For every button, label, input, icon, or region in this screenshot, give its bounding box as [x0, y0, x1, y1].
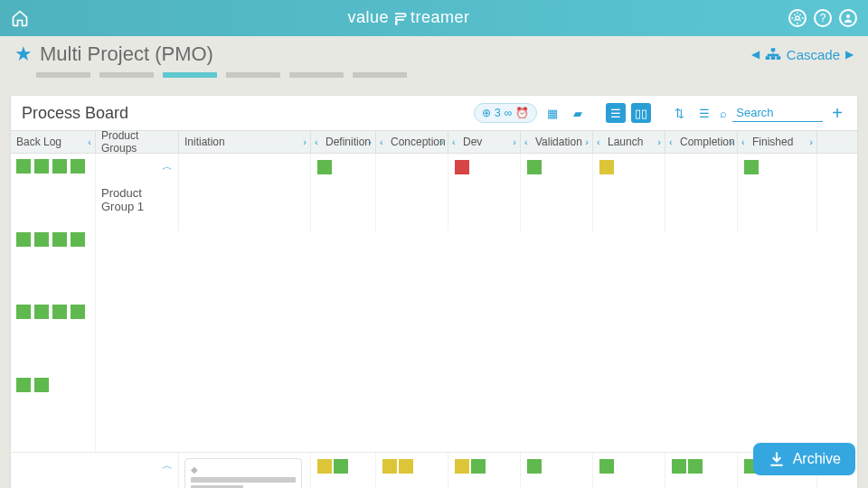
svg-point-0 — [796, 16, 799, 20]
download-icon — [768, 450, 786, 468]
target-icon: ⊕ — [482, 107, 491, 119]
backlog-chip[interactable] — [52, 159, 67, 174]
sort-icon[interactable]: ⇅ — [669, 103, 689, 123]
backlog-chip[interactable] — [34, 159, 49, 174]
card-chip[interactable] — [455, 160, 469, 174]
search-icon: ⌕ — [720, 107, 727, 120]
column-header[interactable]: Back Log‹ — [11, 131, 96, 153]
card-chip[interactable] — [527, 459, 542, 474]
card-chip[interactable] — [317, 459, 332, 474]
list-view-icon[interactable]: ☰ — [606, 103, 626, 123]
card-chip[interactable] — [672, 459, 686, 474]
svg-rect-5 — [777, 56, 781, 60]
home-icon[interactable] — [11, 9, 29, 27]
backlog-chip[interactable] — [52, 305, 67, 319]
svg-point-1 — [846, 14, 850, 18]
cascade-tree-icon — [765, 48, 781, 61]
settings-icon[interactable] — [788, 9, 807, 27]
backlog-chip[interactable] — [16, 305, 31, 319]
tab-item[interactable] — [163, 72, 217, 78]
help-icon[interactable]: ? — [814, 9, 832, 27]
tab-strip — [0, 72, 868, 85]
search-input[interactable] — [732, 104, 823, 122]
card-chip[interactable] — [527, 160, 542, 174]
svg-rect-2 — [771, 48, 776, 52]
cascade-prev-icon[interactable]: ◀ — [751, 48, 760, 61]
collapse-icon[interactable]: ︿ — [162, 159, 173, 174]
backlog-chip[interactable] — [16, 378, 31, 392]
card-chip[interactable] — [744, 160, 759, 174]
card-chip[interactable] — [688, 459, 703, 474]
backlog-chip[interactable] — [71, 159, 85, 174]
column-header[interactable]: ‹Completion› — [665, 131, 738, 153]
tab-item[interactable] — [99, 72, 154, 78]
tab-item[interactable] — [353, 72, 407, 78]
column-header[interactable]: ‹Validation› — [521, 131, 593, 153]
svg-rect-3 — [766, 56, 770, 60]
tab-item[interactable] — [289, 72, 344, 78]
card-chip[interactable] — [382, 459, 397, 474]
backlog-chip[interactable] — [71, 232, 85, 247]
card-chip[interactable] — [599, 459, 614, 474]
cascade-label: Cascade — [787, 47, 840, 62]
board-title: Process Board — [22, 104, 467, 123]
column-view-icon[interactable]: ▯▯ — [631, 103, 651, 123]
card-chip[interactable] — [399, 459, 413, 474]
column-header[interactable]: ‹Conception› — [376, 131, 448, 153]
column-header[interactable]: ‹Definition› — [311, 131, 376, 153]
page-title: Multi Project (PMO) — [40, 42, 213, 66]
backlog-chip[interactable] — [16, 159, 31, 174]
backlog-chip[interactable] — [34, 378, 49, 392]
card-chip[interactable] — [471, 459, 486, 474]
pill-count: 3 — [495, 107, 501, 119]
infinity-icon: ∞ — [505, 107, 513, 119]
column-header[interactable]: ‹Finished› — [738, 131, 817, 153]
column-header[interactable]: Product Groups — [96, 131, 179, 153]
collapse-icon[interactable]: ︿ — [162, 458, 173, 474]
backlog-chip[interactable] — [34, 232, 49, 247]
grid-view-icon[interactable]: ▦ — [542, 103, 562, 123]
tab-item[interactable] — [226, 72, 280, 78]
card-chip[interactable] — [599, 160, 614, 174]
backlog-chip[interactable] — [16, 232, 31, 247]
svg-rect-4 — [771, 56, 776, 60]
card-chip[interactable] — [317, 160, 332, 174]
card-chip[interactable] — [455, 459, 469, 474]
cascade-nav[interactable]: ◀ Cascade ▶ — [751, 47, 854, 62]
user-icon[interactable] — [839, 9, 857, 27]
tab-item[interactable] — [36, 72, 90, 78]
alarm-icon: ⏰ — [515, 107, 529, 119]
archive-label: Archive — [793, 451, 841, 467]
column-header[interactable]: ‹Dev› — [448, 131, 521, 153]
card-chip[interactable] — [334, 459, 348, 474]
backlog-chip[interactable] — [34, 305, 49, 319]
column-header[interactable]: Initiation› — [179, 131, 311, 153]
task-card[interactable]: ◆🚚 1/20 ⚑⏱ — [184, 458, 302, 488]
filter-pill[interactable]: ⊕ 3 ∞ ⏰ — [474, 103, 537, 123]
filter-icon[interactable]: ☰ — [694, 103, 714, 123]
add-button[interactable]: + — [828, 103, 846, 124]
backlog-chip[interactable] — [71, 305, 85, 319]
cascade-next-icon[interactable]: ▶ — [845, 48, 854, 61]
folder-icon[interactable]: ▰ — [568, 103, 588, 123]
column-header[interactable]: ‹Launch› — [593, 131, 665, 153]
archive-button[interactable]: Archive — [753, 443, 855, 475]
brand-logo: valuetreamer — [29, 8, 788, 27]
backlog-chip[interactable] — [52, 232, 67, 247]
star-icon[interactable]: ★ — [14, 42, 33, 66]
